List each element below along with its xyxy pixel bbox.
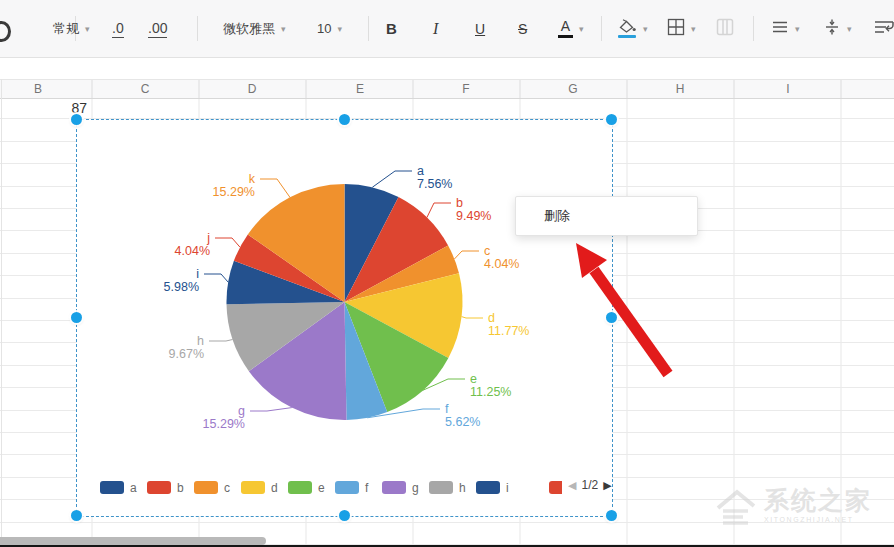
legend-prev-icon[interactable]: ◀ xyxy=(568,479,576,492)
selection-handle-bottom-right[interactable] xyxy=(606,510,617,521)
chevron-down-icon: ▾ xyxy=(579,24,584,34)
legend-swatch-i xyxy=(476,481,500,494)
pie-leader-i xyxy=(204,274,228,282)
legend-label-b: b xyxy=(177,481,184,495)
legend-item-d[interactable]: d xyxy=(241,481,288,495)
legend-item-f[interactable]: f xyxy=(335,481,382,495)
increase-decimal-button[interactable]: .00 xyxy=(148,0,167,57)
legend-item-i[interactable]: i xyxy=(476,481,523,495)
legend-swatch-c xyxy=(194,481,218,494)
legend-item-a[interactable]: a xyxy=(100,481,147,495)
column-header-E[interactable]: E xyxy=(356,82,364,96)
font-name-select[interactable]: 微软雅黑 ▾ xyxy=(223,0,286,57)
selection-handle-top-left[interactable] xyxy=(71,114,82,125)
fill-color-button[interactable]: ▾ xyxy=(617,0,648,57)
column-header-H[interactable]: H xyxy=(676,82,685,96)
font-color-icon: A xyxy=(558,19,573,38)
pie-label-c-percent: 4.04% xyxy=(484,257,519,271)
column-header-C[interactable]: C xyxy=(141,82,150,96)
legend-item-c[interactable]: c xyxy=(194,481,241,495)
pie-label-b-percent: 9.49% xyxy=(456,209,491,223)
underline-button[interactable]: U xyxy=(475,0,485,57)
wrap-text-icon xyxy=(874,19,894,38)
pie-leader-g xyxy=(250,408,292,411)
bold-button[interactable]: B xyxy=(386,0,397,57)
clipped-toolbar-icon[interactable] xyxy=(0,21,11,42)
watermark: 系统之家 XITONGZHIJIA.NET xyxy=(712,487,872,535)
selection-handle-middle-left[interactable] xyxy=(71,312,82,323)
watermark-house-icon xyxy=(712,487,760,535)
borders-grid-icon xyxy=(667,18,685,39)
pie-label-a-name: a xyxy=(417,164,424,178)
pie-label-a-percent: 7.56% xyxy=(417,177,452,191)
chevron-down-icon: ▾ xyxy=(691,24,696,34)
pie-label-d-percent: 11.77% xyxy=(488,324,529,338)
align-lines-icon xyxy=(771,20,789,37)
toolbar-separator xyxy=(753,16,754,41)
column-header-D[interactable]: D xyxy=(248,82,257,96)
sheet-left-edge xyxy=(1,79,2,545)
pie-label-i-percent: 5.98% xyxy=(164,280,199,294)
pie-label-b-name: b xyxy=(456,196,463,210)
pie-label-g-name: g xyxy=(238,404,245,418)
chevron-down-icon: ▾ xyxy=(85,24,90,34)
legend-label-e: e xyxy=(318,481,325,495)
selection-handle-middle-right[interactable] xyxy=(606,312,617,323)
menu-item-delete[interactable]: 删除 xyxy=(544,207,570,225)
paint-bucket-icon xyxy=(617,19,637,38)
borders-button[interactable]: ▾ xyxy=(667,0,696,57)
vertical-align-button[interactable]: ▾ xyxy=(823,0,852,57)
column-header-B[interactable]: B xyxy=(34,82,42,96)
legend-label-f: f xyxy=(365,481,368,495)
legend-item-h[interactable]: h xyxy=(429,481,476,495)
selection-handle-top-right[interactable] xyxy=(606,114,617,125)
legend-item-e[interactable]: e xyxy=(288,481,335,495)
legend-label-a: a xyxy=(130,481,137,495)
chevron-down-icon: ▾ xyxy=(643,24,648,34)
legend-item-g[interactable]: g xyxy=(382,481,429,495)
strikethrough-button[interactable]: S xyxy=(518,0,527,57)
legend-swatch-a xyxy=(100,481,124,494)
number-format-label: 常规 xyxy=(53,20,79,38)
column-header-I[interactable]: I xyxy=(786,82,789,96)
chevron-down-icon: ▾ xyxy=(337,24,342,34)
chevron-down-icon: ▾ xyxy=(281,24,286,34)
selection-handle-top-middle[interactable] xyxy=(339,114,350,125)
legend-swatch-g xyxy=(382,481,406,494)
font-color-button[interactable]: A ▾ xyxy=(558,0,584,57)
legend-item-partial[interactable] xyxy=(549,481,562,494)
align-button[interactable]: ▾ xyxy=(771,0,800,57)
column-header-G[interactable]: G xyxy=(568,82,577,96)
chevron-down-icon: ▾ xyxy=(847,24,852,34)
selection-handle-bottom-middle[interactable] xyxy=(339,510,350,521)
pie-label-d-name: d xyxy=(488,311,495,325)
decrease-decimal-button[interactable]: .0 xyxy=(112,0,124,57)
font-size-label: 10 xyxy=(317,21,331,36)
column-header-F[interactable]: F xyxy=(462,82,469,96)
pie-label-h-percent: 9.67% xyxy=(169,347,204,361)
toolbar-separator xyxy=(197,16,198,41)
legend-swatch-d xyxy=(241,481,265,494)
font-size-select[interactable]: 10 ▾ xyxy=(317,0,342,57)
pie-label-f-name: f xyxy=(445,402,449,416)
pie-label-e-name: e xyxy=(470,372,477,386)
legend-item-b[interactable]: b xyxy=(147,481,194,495)
horizontal-scrollbar-thumb[interactable] xyxy=(0,537,266,545)
pie-label-j-name: j xyxy=(206,231,210,245)
wrap-text-button[interactable] xyxy=(874,0,894,57)
legend-label-d: d xyxy=(271,481,278,495)
italic-button[interactable]: I xyxy=(433,0,438,57)
chart-legend: abcdefghi xyxy=(100,480,523,495)
chevron-down-icon: ▾ xyxy=(795,24,800,34)
pie-leader-d xyxy=(462,317,483,318)
merge-cells-button xyxy=(716,0,734,57)
selection-handle-bottom-left[interactable] xyxy=(71,510,82,521)
pie-label-e-percent: 11.25% xyxy=(470,385,511,399)
pie-leader-j xyxy=(215,238,240,247)
legend-swatch-h xyxy=(429,481,453,494)
pie-leader-c xyxy=(454,251,479,259)
legend-label-h: h xyxy=(459,481,466,495)
number-format-select[interactable]: 常规 ▾ xyxy=(53,0,90,57)
chart-object[interactable]: a7.56%b9.49%c4.04%d11.77%e11.25%f5.62%g1… xyxy=(77,120,612,516)
legend-next-icon[interactable]: ▶ xyxy=(603,479,611,492)
